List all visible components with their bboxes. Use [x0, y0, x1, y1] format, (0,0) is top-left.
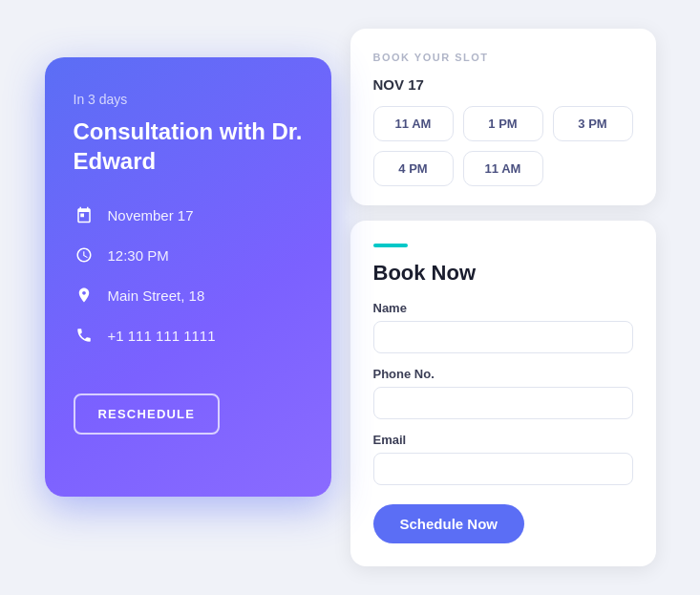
time-slot-2[interactable]: 3 PM [553, 106, 633, 141]
phone-text: +1 111 111 1111 [108, 328, 216, 344]
consultation-title: Consultation with Dr. Edward [74, 117, 303, 176]
name-input[interactable] [373, 321, 633, 353]
book-accent-bar [373, 244, 408, 247]
reschedule-button[interactable]: RESCHEDULE [74, 393, 221, 435]
time-detail-row: 12:30 PM [74, 244, 303, 266]
phone-icon [74, 325, 95, 346]
email-form-group: Email [373, 433, 633, 485]
clock-icon [74, 244, 95, 266]
consultation-card: In 3 days Consultation with Dr. Edward N… [45, 57, 331, 497]
location-detail-row: Main Street, 18 [74, 285, 303, 306]
name-label: Name [373, 301, 633, 315]
email-label: Email [373, 433, 633, 447]
date-detail-row: November 17 [74, 204, 303, 225]
phone-form-group: Phone No. [373, 367, 633, 419]
location-icon [74, 285, 95, 306]
in-days-label: In 3 days [74, 92, 303, 107]
time-slot-4[interactable]: 11 AM [463, 151, 543, 186]
phone-input[interactable] [373, 387, 633, 419]
time-slot-1[interactable]: 1 PM [463, 106, 543, 141]
schedule-now-button[interactable]: Schedule Now [373, 504, 525, 543]
slot-card-title: BOOK YOUR SLOT [373, 52, 633, 63]
email-input[interactable] [373, 453, 633, 485]
book-card: Book Now Name Phone No. Email Schedule N… [350, 221, 656, 566]
location-text: Main Street, 18 [108, 287, 205, 304]
slot-date: NOV 17 [373, 76, 633, 93]
phone-detail-row: +1 111 111 1111 [74, 325, 303, 346]
slot-card: BOOK YOUR SLOT NOV 17 11 AM 1 PM 3 PM 4 … [350, 29, 656, 205]
name-form-group: Name [373, 301, 633, 353]
time-slot-3[interactable]: 4 PM [373, 151, 454, 186]
book-card-title: Book Now [373, 261, 633, 286]
time-text: 12:30 PM [108, 247, 169, 264]
date-text: November 17 [108, 207, 194, 223]
phone-label: Phone No. [373, 367, 633, 381]
time-slots-grid: 11 AM 1 PM 3 PM 4 PM 11 AM [373, 106, 633, 186]
calendar-icon [74, 204, 95, 225]
time-slot-0[interactable]: 11 AM [373, 106, 454, 141]
right-column: BOOK YOUR SLOT NOV 17 11 AM 1 PM 3 PM 4 … [350, 29, 656, 566]
